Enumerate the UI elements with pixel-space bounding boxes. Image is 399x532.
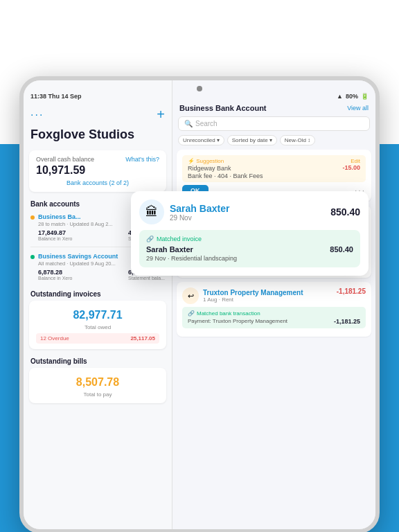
float-card-name: Sarah Baxter (170, 203, 229, 214)
truxton-name: Truxton Property Management (203, 289, 303, 296)
bank1-xero-label: Balance in Xero (38, 236, 72, 241)
suggestion-icon: ⚡ Suggestion (188, 158, 224, 164)
right-panel: ▲ 80% 🔋 Business Bank Account View all 🔍… (172, 80, 375, 529)
cash-title-row: Overall cash balance What's this? (36, 156, 159, 163)
battery-icon: 🔋 (361, 93, 369, 100)
float-card-header: 🏛 Sarah Baxter 29 Nov 850.40 (139, 200, 360, 224)
device-frame: 11:38 Thu 14 Sep ··· + Foxglove Studios … (19, 76, 380, 532)
filter-row: Unreconciled ▾ Sorted by date ▾ New-Old … (172, 135, 375, 150)
link-icon-2: 🔗 (188, 310, 195, 317)
whats-this-link[interactable]: What's this? (125, 156, 159, 163)
bills-sub: Total to pay (36, 391, 159, 398)
device-wrapper: 11:38 Thu 14 Sep ··· + Foxglove Studios … (14, 76, 385, 532)
suggestion-row: ⚡ Suggestion Edit (188, 158, 360, 164)
camera-dot (197, 86, 202, 91)
filter-unreconciled-label: Unreconciled (183, 137, 215, 143)
floating-card: 🏛 Sarah Baxter 29 Nov 850.40 🔗 Matched i… (131, 191, 369, 276)
truxton-matched-amount: -1,181.25 (334, 318, 360, 325)
bills-section: Outstanding bills (24, 355, 172, 368)
company-name: Foxglove Studios (24, 128, 172, 150)
truxton-matched: 🔗 Matched bank transaction Payment: Trux… (182, 307, 366, 328)
filter-order[interactable]: New-Old ↕ (280, 135, 315, 145)
overdue-label: 12 Overdue (40, 335, 69, 342)
float-matched-detail: 29 Nov · Residential landscaping (146, 255, 353, 262)
status-bar-left: 11:38 Thu 14 Sep (24, 93, 172, 100)
bank2-statement-label: Statement bala... (128, 276, 165, 281)
bank2-status-dot (30, 255, 35, 259)
float-matched-amount: 850.40 (330, 245, 353, 254)
overdue-amount: 25,117.05 (130, 335, 155, 342)
chevron-down-icon-2: ▾ (269, 137, 272, 143)
truxton-amount: -1,181.25 (337, 287, 366, 295)
invoices-card: 82,977.71 Total owed 12 Overdue 25,117.0… (29, 301, 166, 349)
right-panel-title: Business Bank Account (179, 104, 267, 112)
filter-order-label: New-Old ↕ (285, 137, 310, 143)
right-header: Business Bank Account View all (172, 104, 375, 116)
suggestion-details: Ridgeway Bank Bank fee · 404 · Bank Fees… (188, 164, 360, 179)
suggestion-name-detail: Ridgeway Bank Bank fee · 404 · Bank Fees (188, 164, 263, 179)
overdue-row: 12 Overdue 25,117.05 (36, 333, 159, 344)
search-bar[interactable]: 🔍 Search (178, 116, 370, 131)
edit-link[interactable]: Edit (351, 158, 360, 164)
wifi-icon: ▲ (337, 93, 343, 100)
matched-row-2: Payment: Truxton Property Management -1,… (188, 318, 360, 325)
ridgeway-bank-amount: -15.00 (342, 164, 360, 179)
float-matched-row: Sarah Baxter 850.40 (146, 245, 353, 254)
ridgeway-bank-detail: Bank fee · 404 · Bank Fees (188, 172, 263, 179)
bank2-xero-amount: 6,878.28 (38, 269, 72, 276)
float-card-icon: 🏛 (139, 200, 164, 224)
link-icon-float: 🔗 (146, 236, 154, 242)
menu-dots-left[interactable]: ··· (30, 109, 44, 121)
float-matched-label: 🔗 Matched invoice (146, 236, 353, 242)
left-panel: 11:38 Thu 14 Sep ··· + Foxglove Studios … (24, 80, 172, 529)
overall-cash-card: Overall cash balance What's this? 10,971… (29, 150, 166, 192)
truxton-matched-detail: Payment: Truxton Property Management (188, 318, 287, 325)
status-bar-right: ▲ 80% 🔋 (172, 93, 375, 100)
view-all-link[interactable]: View all (347, 105, 369, 112)
suggestion-banner: ⚡ Suggestion Edit Ridgeway Bank Bank fee… (182, 155, 366, 182)
float-matched-invoice-label: Matched invoice (157, 236, 202, 242)
float-matched-section: 🔗 Matched invoice Sarah Baxter 850.40 29… (139, 230, 360, 267)
float-card-date: 29 Nov (170, 214, 229, 222)
filter-sorted-label: Sorted by date (232, 137, 268, 143)
battery-percent: 80% (346, 93, 358, 100)
truxton-icon: ↩ (182, 287, 199, 304)
cash-title: Overall cash balance (36, 156, 94, 163)
chevron-down-icon: ▾ (217, 137, 220, 143)
left-header: ··· + (24, 107, 172, 128)
bank2-xero-label: Balance in Xero (38, 276, 72, 281)
bills-card: 8,507.78 Total to pay (29, 368, 166, 403)
transaction-truxton: ↩ Truxton Property Management 1 Aug · Re… (177, 282, 371, 337)
invoices-amount: 82,977.71 (36, 309, 159, 321)
bank1-xero: 17,849.87 Balance in Xero (38, 229, 72, 241)
invoices-section: Outstanding invoices (24, 287, 172, 301)
ridgeway-bank-name: Ridgeway Bank (188, 165, 263, 172)
search-placeholder: Search (195, 120, 218, 127)
bank1-name: Business Ba... (38, 213, 81, 220)
search-icon: 🔍 (184, 120, 193, 127)
float-card-left: 🏛 Sarah Baxter 29 Nov (139, 200, 229, 224)
bank2-xero: 6,878.28 Balance in Xero (38, 269, 72, 281)
truxton-info: Truxton Property Management 1 Aug · Rent (203, 289, 303, 303)
bank1-status-dot (30, 215, 35, 220)
float-card-info: Sarah Baxter 29 Nov (170, 203, 229, 222)
float-card-amount: 850.40 (330, 206, 360, 218)
truxton-left: ↩ Truxton Property Management 1 Aug · Re… (182, 287, 303, 304)
bank-accounts-title: Bank accounts (30, 200, 80, 208)
invoices-sub: Total owed (36, 324, 159, 330)
cash-amount: 10,971.59 (36, 164, 159, 177)
filter-unreconciled[interactable]: Unreconciled ▾ (178, 135, 224, 145)
matched-bank-label: Matched bank transaction (197, 310, 260, 317)
bank-accounts-link[interactable]: Bank accounts (2 of 2) (36, 179, 159, 186)
filter-sorted[interactable]: Sorted by date ▾ (227, 135, 277, 145)
bills-amount: 8,507.78 (36, 376, 159, 389)
bills-title: Outstanding bills (30, 357, 87, 365)
status-time: 11:38 Thu 14 Sep (30, 93, 82, 100)
add-button[interactable]: + (157, 107, 165, 123)
float-matched-name: Sarah Baxter (146, 245, 193, 254)
bank1-xero-amount: 17,849.87 (38, 229, 72, 236)
matched-label-2: 🔗 Matched bank transaction (188, 310, 360, 317)
truxton-date: 1 Aug · Rent (203, 296, 303, 303)
invoices-title: Outstanding invoices (30, 290, 101, 298)
truxton-header: ↩ Truxton Property Management 1 Aug · Re… (182, 287, 366, 304)
